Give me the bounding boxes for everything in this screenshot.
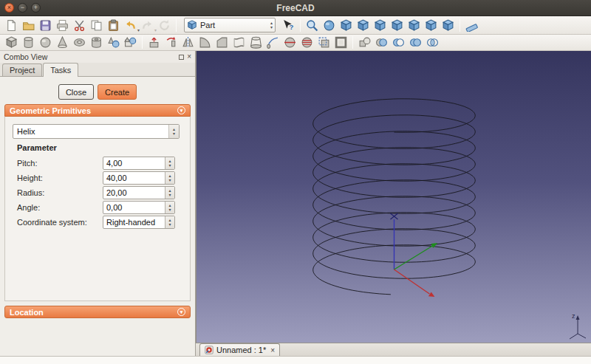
part-chamfer-button[interactable]: [214, 35, 230, 50]
3d-view-canvas[interactable]: z: [197, 51, 591, 343]
create-button[interactable]: Create: [98, 84, 137, 100]
collapse-icon[interactable]: ▾: [177, 106, 185, 114]
z-axis-label: z: [572, 312, 575, 320]
parameter-heading: Parameter: [17, 143, 57, 152]
toolbar-group-measure: [463, 18, 480, 33]
view-draw-style-button[interactable]: [321, 18, 337, 33]
view-bottom-button[interactable]: [423, 18, 439, 33]
geometric-primitives-header[interactable]: Geometric Primitives ▾: [4, 104, 191, 117]
coordinate-system-arrows[interactable]: ▴▾: [165, 216, 174, 228]
paste-button[interactable]: [106, 18, 121, 33]
part-box-button[interactable]: [4, 35, 19, 50]
part-cross-sections-button[interactable]: [299, 35, 315, 50]
height-spinbox[interactable]: 40,00▴▾: [103, 171, 175, 185]
part-offset-icon: [318, 36, 330, 49]
coordinate-system-combobox[interactable]: Right-handed▴▾: [103, 216, 175, 229]
open-document-button[interactable]: [21, 18, 36, 33]
part-compound-button[interactable]: [357, 35, 372, 50]
pitch-spinbox[interactable]: 4,00▴▾: [103, 157, 175, 170]
angle-spinbox[interactable]: 0,00▴▾: [103, 201, 175, 214]
cut-button[interactable]: [72, 18, 87, 33]
document-tab-bar: Unnamed : 1* ×: [196, 343, 591, 356]
view-front-button[interactable]: [355, 18, 371, 33]
part-cone-button[interactable]: [55, 35, 70, 50]
part-ruled-surface-button[interactable]: [231, 35, 247, 50]
document-tab-unnamed[interactable]: Unnamed : 1* ×: [199, 343, 280, 356]
location-section: Location ▾: [4, 306, 191, 318]
new-document-button[interactable]: [4, 18, 19, 33]
part-extrude-button[interactable]: [146, 35, 162, 50]
dock-float-icon[interactable]: [179, 55, 184, 60]
part-section-button[interactable]: [282, 35, 298, 50]
tasks-panel: Close Create Geometric Primitives ▾ Heli…: [0, 77, 195, 356]
part-offset-button[interactable]: [316, 35, 332, 50]
angle-arrows[interactable]: ▴▾: [165, 202, 174, 213]
window-close-button[interactable]: ×: [4, 3, 14, 13]
freecad-document-icon: [205, 346, 213, 354]
copy-button[interactable]: [89, 18, 104, 33]
part-sphere-button[interactable]: [38, 35, 53, 50]
view-right-button[interactable]: [389, 18, 405, 33]
shape-type-value: Helix: [17, 127, 35, 136]
toolbar-separator: [176, 19, 177, 32]
whats-this-button[interactable]: [281, 18, 296, 33]
window-minimize-button[interactable]: −: [18, 3, 27, 13]
part-common-button[interactable]: [425, 35, 440, 50]
view-isometric-button[interactable]: [338, 18, 354, 33]
part-mirror-button[interactable]: [180, 35, 196, 50]
3d-viewport[interactable]: z: [196, 51, 591, 343]
workbench-dropdown-arrows[interactable]: ▴▾: [270, 21, 273, 30]
whats-this-icon: [282, 19, 295, 32]
tab-project[interactable]: Project: [2, 63, 42, 76]
titlebar[interactable]: × − + FreeCAD: [0, 0, 591, 16]
part-boolean-icon: [375, 36, 388, 49]
tab-tasks[interactable]: Tasks: [43, 63, 78, 77]
undo-button[interactable]: ▾: [123, 18, 138, 33]
refresh-button[interactable]: [157, 18, 172, 33]
part-primitives-button[interactable]: [106, 35, 121, 50]
part-fillet-button[interactable]: [197, 35, 213, 50]
part-shape-builder-button[interactable]: [123, 35, 138, 50]
part-thickness-button[interactable]: [333, 35, 349, 50]
angle-value: 0,00: [103, 203, 165, 212]
workbench-selector[interactable]: Part ▴▾: [184, 18, 276, 32]
view-rear-button[interactable]: [406, 18, 422, 33]
part-revolve-button[interactable]: [163, 35, 179, 50]
location-header[interactable]: Location ▾: [4, 306, 191, 318]
part-ruled-surface-icon: [233, 36, 245, 49]
part-torus-button[interactable]: [72, 35, 87, 50]
origin-axes: [391, 213, 438, 297]
radius-spinbox[interactable]: 20,00▴▾: [103, 186, 175, 199]
part-boolean-button[interactable]: [374, 35, 389, 50]
copy-icon: [90, 19, 103, 32]
combo-view-panel: Combo View × Project Tasks Close Create …: [0, 51, 196, 356]
redo-button[interactable]: ▾: [140, 18, 155, 33]
dock-close-icon[interactable]: ×: [187, 53, 191, 61]
navigation-axis-indicator: z: [570, 312, 586, 339]
close-button[interactable]: Close: [58, 84, 94, 100]
window-maximize-button[interactable]: +: [31, 3, 41, 13]
part-loft-button[interactable]: [248, 35, 264, 50]
part-cut-button[interactable]: [391, 35, 406, 50]
print-document-button[interactable]: [55, 18, 70, 33]
collapse-icon[interactable]: ▾: [177, 308, 185, 316]
measure-distance-button[interactable]: [464, 18, 479, 33]
shape-type-combobox[interactable]: Helix ▴▾: [13, 124, 180, 139]
part-tube-button[interactable]: [89, 35, 104, 50]
part-union-button[interactable]: [408, 35, 423, 50]
part-sweep-button[interactable]: [265, 35, 281, 50]
pitch-arrows[interactable]: ▴▾: [165, 157, 174, 169]
shape-type-dropdown-arrows[interactable]: ▴▾: [168, 125, 179, 138]
part-cross-sections-icon: [301, 36, 313, 49]
part-cylinder-button[interactable]: [21, 35, 36, 50]
view-left-button[interactable]: [440, 18, 456, 33]
height-arrows[interactable]: ▴▾: [165, 172, 174, 184]
view-fit-all-button[interactable]: [304, 18, 320, 33]
combo-view-titlebar[interactable]: Combo View ×: [0, 51, 195, 63]
location-title: Location: [10, 308, 44, 317]
view-top-button[interactable]: [372, 18, 388, 33]
save-document-button[interactable]: [38, 18, 53, 33]
document-tab-close-icon[interactable]: ×: [270, 346, 275, 354]
radius-arrows[interactable]: ▴▾: [165, 187, 174, 199]
part-sweep-icon: [267, 36, 279, 49]
